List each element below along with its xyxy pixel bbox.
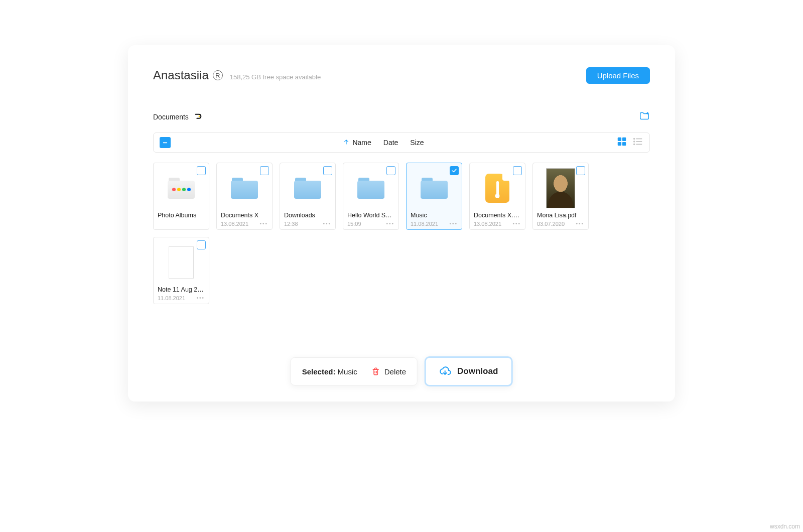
file-checkbox[interactable] xyxy=(323,166,332,175)
selected-item-name: Music xyxy=(338,367,357,376)
sort-by-date[interactable]: Date xyxy=(383,139,398,147)
file-name: Note 11 Aug 202... xyxy=(158,286,205,293)
svg-rect-5 xyxy=(622,142,626,146)
file-checkbox[interactable] xyxy=(386,166,395,175)
svg-point-11 xyxy=(634,144,635,145)
note-file-icon xyxy=(169,246,194,279)
upload-files-button[interactable]: Upload Files xyxy=(586,67,650,84)
file-date: 13.08.2021 xyxy=(474,221,501,227)
file-checkbox[interactable] xyxy=(197,166,206,175)
file-checkbox[interactable] xyxy=(513,166,522,175)
delete-button[interactable]: Delete xyxy=(371,367,406,376)
selected-prefix: Selected: xyxy=(302,367,338,376)
folder-icon xyxy=(294,178,321,199)
selected-label: Selected: Music xyxy=(302,367,357,376)
view-list-icon[interactable] xyxy=(632,136,643,149)
file-more-icon[interactable]: ••• xyxy=(386,221,394,226)
svg-rect-3 xyxy=(622,138,626,141)
header: Anastasiia R 158,25 GB free space availa… xyxy=(153,65,650,85)
file-footer: 13.08.2021••• xyxy=(474,220,521,228)
file-date: 15:09 xyxy=(347,221,361,227)
file-checkbox[interactable] xyxy=(450,166,459,175)
action-bar-info: Selected: Music Delete xyxy=(291,357,418,385)
photo-albums-folder-icon xyxy=(168,178,195,199)
sort-group: Name Date Size xyxy=(343,139,424,147)
breadcrumb[interactable]: Documents xyxy=(153,112,203,121)
folder-icon xyxy=(421,178,448,199)
sort-date-label: Date xyxy=(383,139,398,147)
file-footer: 15:09••• xyxy=(347,220,394,228)
sort-by-name[interactable]: Name xyxy=(343,139,371,147)
folder-icon xyxy=(231,178,258,199)
select-all-checkbox[interactable] xyxy=(160,137,171,148)
file-name: Documents X.zip xyxy=(474,212,521,219)
view-grid-icon[interactable] xyxy=(616,136,627,149)
file-tile[interactable]: Documents X13.08.2021••• xyxy=(216,163,273,230)
file-tile[interactable]: Note 11 Aug 202...11.08.2021••• xyxy=(153,237,209,304)
header-left: Anastasiia R 158,25 GB free space availa… xyxy=(153,68,321,82)
new-folder-icon[interactable] xyxy=(639,110,650,123)
file-tile[interactable]: Photo Albums••• xyxy=(153,163,209,230)
file-more-icon[interactable]: ••• xyxy=(259,221,268,226)
file-more-icon[interactable]: ••• xyxy=(323,221,331,226)
file-grid: Photo Albums•••Documents X13.08.2021•••D… xyxy=(153,163,650,304)
free-space-label: 158,25 GB free space available xyxy=(230,73,321,81)
watermark: wsxdn.com xyxy=(770,523,800,530)
file-checkbox[interactable] xyxy=(197,240,206,249)
sort-size-label: Size xyxy=(410,139,424,147)
account-name: Anastasiia R xyxy=(153,68,223,82)
file-footer: 11.08.2021••• xyxy=(158,294,205,302)
file-name: Mona Lisa.pdf xyxy=(537,212,584,219)
file-more-icon[interactable]: ••• xyxy=(512,221,521,226)
account-name-text: Anastasiia xyxy=(153,68,209,82)
download-label: Download xyxy=(457,366,498,376)
documents-brand-icon xyxy=(194,112,203,121)
svg-point-10 xyxy=(634,141,635,142)
file-checkbox[interactable] xyxy=(576,166,585,175)
file-footer: 11.08.2021••• xyxy=(411,220,458,228)
file-tile[interactable]: Documents X.zip13.08.2021••• xyxy=(469,163,525,230)
file-checkbox[interactable] xyxy=(260,166,269,175)
download-button[interactable]: Download xyxy=(425,356,512,386)
sort-name-label: Name xyxy=(352,139,371,147)
registered-icon: R xyxy=(213,70,223,80)
file-tile[interactable]: Downloads12:38••• xyxy=(280,163,336,230)
app-panel: Anastasiia R 158,25 GB free space availa… xyxy=(128,45,675,402)
file-more-icon[interactable]: ••• xyxy=(449,221,458,226)
svg-rect-2 xyxy=(618,138,621,141)
file-name: Downloads xyxy=(284,212,331,219)
file-date: 03.07.2020 xyxy=(537,221,565,227)
file-footer: 12:38••• xyxy=(284,220,331,228)
sort-by-size[interactable]: Size xyxy=(410,139,424,147)
sort-asc-icon xyxy=(343,139,350,147)
svg-rect-1 xyxy=(163,142,167,143)
breadcrumb-label: Documents xyxy=(153,113,189,121)
file-tile[interactable]: Mona Lisa.pdf03.07.2020••• xyxy=(532,163,589,230)
file-name: Music xyxy=(411,212,458,219)
file-more-icon[interactable]: ••• xyxy=(576,221,584,226)
file-tile[interactable]: Hello World Sour...15:09••• xyxy=(343,163,399,230)
zip-file-icon xyxy=(485,174,509,203)
svg-point-9 xyxy=(634,139,635,140)
file-date: 13.08.2021 xyxy=(221,221,248,227)
action-bar: Selected: Music Delete Download xyxy=(291,356,513,386)
svg-point-0 xyxy=(198,115,200,117)
file-tile[interactable]: Music11.08.2021••• xyxy=(406,163,462,230)
file-date: 12:38 xyxy=(284,221,298,227)
view-toggle xyxy=(616,136,643,149)
folder-icon xyxy=(357,178,384,199)
file-name: Hello World Sour... xyxy=(347,212,394,219)
file-footer: 13.08.2021••• xyxy=(221,220,268,228)
toolbar: Name Date Size xyxy=(153,132,650,153)
image-thumbnail xyxy=(546,168,575,208)
file-name: Documents X xyxy=(221,212,268,219)
file-date: 11.08.2021 xyxy=(411,221,438,227)
file-date: 11.08.2021 xyxy=(158,295,185,301)
delete-label: Delete xyxy=(384,367,406,376)
file-name: Photo Albums xyxy=(158,212,205,219)
file-footer: 03.07.2020••• xyxy=(537,220,584,228)
breadcrumb-row: Documents xyxy=(153,110,650,123)
file-more-icon[interactable]: ••• xyxy=(196,296,205,301)
svg-rect-4 xyxy=(618,142,621,146)
